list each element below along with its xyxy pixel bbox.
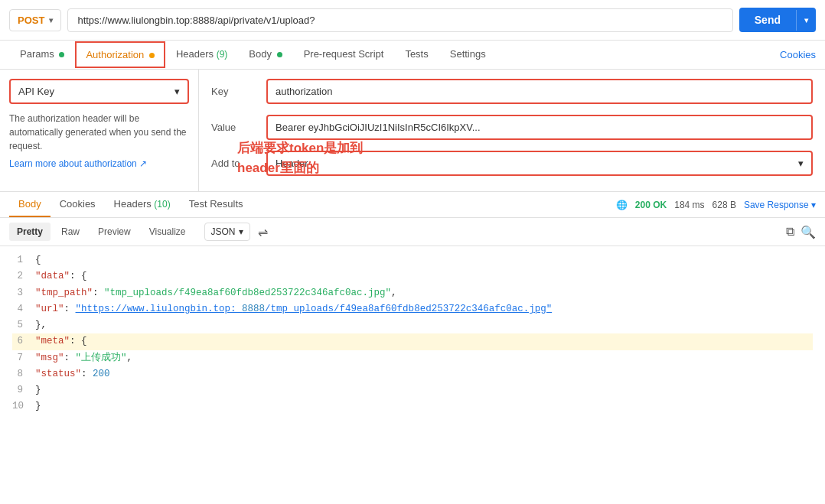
add-to-label: Add to (211, 158, 257, 169)
format-chevron-icon: ▾ (239, 226, 243, 237)
line-number: 1 (12, 252, 35, 268)
auth-panel: API Key ▾ The authorization header will … (0, 70, 825, 192)
line-number: 2 (12, 268, 35, 285)
json-line: 3 "tmp_path": "tmp_uploads/f49ea8af60fdb… (12, 285, 813, 301)
key-field-row: Key (211, 79, 813, 104)
method-chevron-icon: ▾ (49, 16, 53, 24)
json-key: "status" (35, 369, 81, 379)
url-input[interactable] (67, 8, 732, 32)
format-tab-visualize[interactable]: Visualize (142, 223, 194, 241)
response-tabs: Body Cookies Headers (10) Test Results 🌐… (0, 192, 825, 218)
save-response-button[interactable]: Save Response ▾ (744, 200, 816, 210)
json-line: 9 } (12, 382, 813, 398)
line-content: "tmp_path": "tmp_uploads/f49ea8af60fdb8e… (35, 285, 813, 301)
tab-body[interactable]: Body (238, 41, 292, 69)
json-string: "tmp_uploads/f49ea8af60fdb8ed253722c346a… (104, 288, 391, 298)
tab-tests[interactable]: Tests (394, 41, 439, 69)
tab-headers[interactable]: Headers (9) (165, 41, 238, 69)
format-selector[interactable]: JSON ▾ (204, 223, 250, 241)
headers-label: Headers (176, 48, 217, 60)
response-tab-cookies[interactable]: Cookies (51, 192, 105, 217)
json-line: 2 "data": { (12, 268, 813, 285)
url-bar: POST ▾ Send ▾ (0, 0, 825, 41)
response-size: 628 B (712, 200, 736, 210)
add-to-value: Header (276, 158, 308, 169)
visualize-label: Visualize (149, 226, 186, 237)
line-number: 10 (12, 398, 35, 415)
raw-label: Raw (61, 226, 80, 237)
body-dot (277, 52, 282, 57)
method-selector[interactable]: POST ▾ (9, 9, 61, 31)
send-button[interactable]: Send ▾ (739, 8, 816, 32)
line-content: "meta": { (35, 333, 813, 350)
key-label: Key (211, 86, 257, 97)
tab-authorization[interactable]: Authorization (75, 41, 165, 68)
format-tab-raw[interactable]: Raw (54, 223, 87, 241)
tests-label: Tests (405, 48, 428, 60)
auth-left-panel: API Key ▾ The authorization header will … (0, 70, 199, 191)
response-tab-headers[interactable]: Headers (10) (105, 192, 180, 217)
api-key-label: API Key (18, 86, 54, 97)
response-body-label: Body (18, 198, 41, 210)
json-url[interactable]: "https://www.liulongbin.top: 8888/tmp_up… (76, 304, 553, 314)
add-to-chevron-icon: ▾ (798, 158, 804, 169)
key-input[interactable] (266, 79, 813, 104)
line-content: { (35, 252, 813, 268)
network-icon: 🌐 (616, 200, 628, 210)
tab-params[interactable]: Params (9, 41, 75, 69)
line-content: } (35, 398, 813, 415)
json-key: "msg" (35, 353, 64, 363)
value-input[interactable] (266, 115, 813, 140)
search-icon[interactable]: 🔍 (801, 225, 816, 239)
line-number: 9 (12, 382, 35, 398)
line-number: 8 (12, 366, 35, 382)
json-string: "上传成功" (76, 353, 127, 363)
settings-label: Settings (450, 48, 486, 60)
body-label: Body (249, 48, 272, 60)
value-field-row: Value (211, 115, 813, 140)
format-tabs-row: Pretty Raw Preview Visualize JSON ▾ ⇌ ⧉ … (0, 218, 825, 246)
response-status: 🌐 200 OK 184 ms 628 B Save Response ▾ (616, 200, 816, 210)
line-number: 5 (12, 317, 35, 333)
format-tab-preview[interactable]: Preview (90, 223, 139, 241)
auth-description: The authorization header will be automat… (9, 112, 189, 153)
tab-pre-request[interactable]: Pre-request Script (293, 41, 395, 69)
headers-count: (9) (217, 49, 228, 60)
response-time: 184 ms (674, 200, 704, 210)
response-headers-count: (10) (154, 199, 170, 210)
params-label: Params (20, 48, 54, 60)
json-number: 8888 (242, 304, 265, 314)
line-number: 6 (12, 333, 35, 350)
line-content: "status": 200 (35, 366, 813, 382)
status-code: 200 OK (635, 200, 667, 210)
json-line: 10} (12, 398, 813, 415)
response-headers-label: Headers (114, 198, 155, 210)
json-key: "data" (35, 271, 70, 281)
app-container: POST ▾ Send ▾ Params Authorization Heade… (0, 0, 825, 504)
line-number: 7 (12, 350, 35, 366)
add-to-selector[interactable]: Header ▾ (266, 151, 813, 176)
preview-label: Preview (98, 226, 131, 237)
copy-icon[interactable]: ⧉ (786, 225, 794, 239)
pretty-label: Pretty (17, 226, 43, 237)
tab-settings[interactable]: Settings (439, 41, 497, 69)
response-tab-test-results[interactable]: Test Results (180, 192, 253, 217)
save-response-label: Save Response (744, 200, 809, 210)
cookies-link[interactable]: Cookies (780, 49, 816, 60)
line-content: "msg": "上传成功", (35, 350, 813, 366)
line-content: } (35, 382, 813, 398)
api-key-chevron-icon: ▾ (174, 86, 180, 97)
format-right-icons: ⧉ 🔍 (786, 225, 816, 239)
api-key-selector[interactable]: API Key ▾ (9, 79, 189, 104)
learn-more-link[interactable]: Learn more about authorization ↗ (9, 158, 147, 169)
wrap-icon[interactable]: ⇌ (258, 225, 268, 239)
format-value: JSON (211, 226, 236, 237)
format-tab-pretty[interactable]: Pretty (9, 223, 51, 241)
response-test-results-label: Test Results (189, 198, 243, 210)
params-dot (59, 52, 64, 57)
pre-request-label: Pre-request Script (304, 48, 384, 60)
response-tab-body[interactable]: Body (9, 192, 51, 217)
send-chevron-icon[interactable]: ▾ (796, 10, 816, 31)
json-line: 1{ (12, 252, 813, 268)
save-response-chevron-icon: ▾ (811, 200, 816, 210)
